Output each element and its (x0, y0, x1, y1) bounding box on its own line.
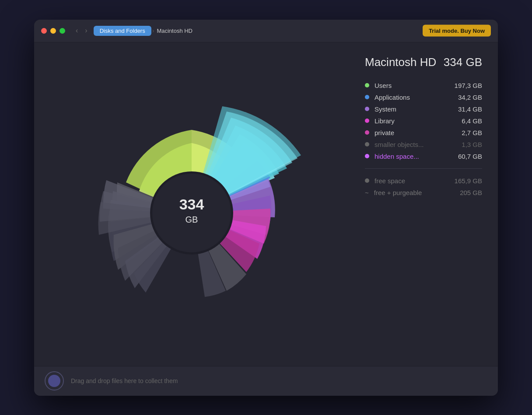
nav-arrows: ‹ › (73, 26, 90, 35)
folder-dot (365, 107, 369, 111)
forward-button[interactable]: › (82, 26, 90, 35)
folder-row[interactable]: System31,4 GB (365, 103, 482, 115)
titlebar: ‹ › Disks and Folders › Macintosh HD Tri… (34, 20, 498, 42)
folder-row[interactable]: Applications34,2 GB (365, 91, 482, 103)
free-space-size: 165,9 GB (447, 177, 482, 185)
drop-icon (45, 371, 64, 391)
disk-total-size: 334 GB (444, 56, 482, 69)
folder-size: 1,3 GB (447, 141, 482, 148)
drop-inner-circle (48, 375, 60, 387)
bottom-bar: Drag and drop files here to collect them (34, 366, 498, 396)
folder-list: Users197,3 GBApplications34,2 GBSystem31… (365, 80, 482, 162)
tilde-icon: ~ (365, 189, 369, 196)
folder-name: hidden space... (374, 153, 447, 160)
free-dot (365, 178, 369, 183)
folder-row[interactable]: hidden space...60,7 GB (365, 150, 482, 162)
divider (365, 168, 482, 169)
breadcrumb: Disks and Folders › Macintosh HD (94, 26, 192, 36)
folder-row[interactable]: Library6,4 GB (365, 115, 482, 127)
minimize-button[interactable] (50, 28, 56, 34)
purgeable-size: 205 GB (447, 189, 482, 196)
folder-dot (365, 119, 369, 123)
breadcrumb-root[interactable]: Disks and Folders (94, 26, 151, 36)
disk-chart: 334 GB (82, 84, 301, 324)
folder-name: Library (374, 117, 447, 125)
folder-dot (365, 154, 369, 158)
free-space-row: free space 165,9 GB (365, 175, 482, 187)
folder-name: private (374, 129, 447, 136)
trial-button[interactable]: Trial mode. Buy Now (423, 25, 491, 37)
folder-row[interactable]: Users197,3 GB (365, 80, 482, 91)
close-button[interactable] (41, 28, 47, 34)
folder-size: 2,7 GB (447, 129, 482, 136)
folder-size: 31,4 GB (447, 105, 482, 113)
svg-text:334: 334 (179, 196, 204, 213)
disk-name: Macintosh HD (365, 56, 436, 69)
folder-dot (365, 83, 369, 87)
folder-name: smaller objects... (374, 141, 447, 148)
breadcrumb-separator: › (152, 27, 154, 34)
svg-text:GB: GB (186, 215, 198, 224)
purgeable-label: free + purgeable (374, 189, 447, 196)
main-content: 334 GB Macintosh HD 334 GB Users197,3 GB… (34, 42, 498, 366)
app-window: ‹ › Disks and Folders › Macintosh HD Tri… (34, 20, 498, 396)
folder-size: 197,3 GB (447, 82, 482, 89)
maximize-button[interactable] (60, 28, 65, 34)
disk-title-row: Macintosh HD 334 GB (365, 56, 482, 69)
folder-dot (365, 142, 369, 146)
folder-name: Applications (374, 94, 447, 101)
folder-dot (365, 130, 369, 135)
folder-name: System (374, 105, 447, 113)
chart-area: 334 GB (34, 42, 349, 366)
folder-size: 6,4 GB (447, 117, 482, 125)
traffic-lights (41, 28, 65, 34)
folder-row[interactable]: private2,7 GB (365, 127, 482, 139)
folder-row[interactable]: smaller objects...1,3 GB (365, 139, 482, 150)
folder-name: Users (374, 82, 447, 89)
folder-size: 34,2 GB (447, 94, 482, 101)
folder-dot (365, 95, 369, 99)
svg-point-1 (152, 174, 231, 252)
drop-text: Drag and drop files here to collect them (71, 377, 178, 384)
back-button[interactable]: ‹ (73, 26, 80, 35)
breadcrumb-current[interactable]: Macintosh HD (157, 28, 192, 34)
info-panel: Macintosh HD 334 GB Users197,3 GBApplica… (349, 42, 498, 366)
free-space-label: free space (374, 177, 447, 185)
purgeable-row: ~ free + purgeable 205 GB (365, 187, 482, 199)
folder-size: 60,7 GB (447, 153, 482, 160)
